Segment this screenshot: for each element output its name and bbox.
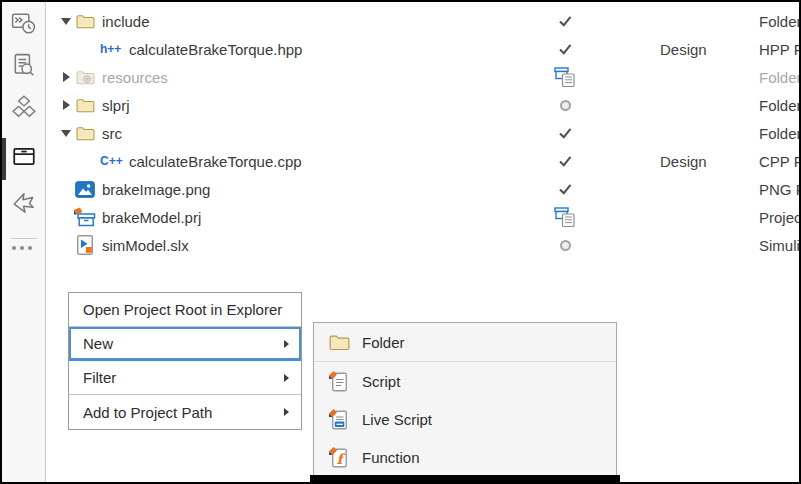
menu-item-label: New — [83, 335, 113, 352]
file-name: calculateBrakeTorque.cpp — [129, 153, 302, 170]
tree-row-png[interactable]: brakeImage.png PNG F — [47, 175, 799, 203]
submenu-item-label: Folder — [362, 334, 405, 351]
simulink-model-icon — [74, 234, 96, 256]
checkmark-icon — [550, 41, 580, 57]
file-type: Folder — [759, 13, 801, 30]
file-name: resources — [102, 69, 168, 86]
collapse-arrow-icon[interactable] — [58, 130, 74, 137]
tree-row-src[interactable]: src Folder — [47, 119, 799, 147]
submenu-arrow-icon — [284, 408, 289, 416]
collapse-arrow-icon[interactable] — [58, 18, 74, 25]
menu-item-open-project-root[interactable]: Open Project Root in Explorer — [69, 293, 301, 327]
function-icon: f — [328, 446, 350, 468]
tree-row-prj[interactable]: brakeModel.prj Projec — [47, 203, 799, 231]
script-icon — [328, 370, 350, 392]
empty-circle-icon — [550, 100, 580, 111]
folder-icon — [74, 122, 96, 144]
selected-panel-indicator — [2, 138, 6, 180]
submenu-arrow-icon — [284, 374, 289, 382]
submenu-item-function[interactable]: f Function — [314, 438, 616, 476]
project-files-icon[interactable] — [11, 143, 37, 169]
dependencies-icon[interactable] — [11, 94, 37, 120]
submenu-item-live-script[interactable]: Live Script — [314, 400, 616, 438]
label-column: Design — [660, 41, 724, 58]
image-file-icon — [74, 178, 96, 200]
submenu-item-label: Live Script — [362, 411, 432, 428]
checkmark-icon — [550, 125, 580, 141]
tree-row-slx[interactable]: simModel.slx Simuli — [47, 231, 799, 259]
folder-gear-icon — [74, 66, 96, 88]
tree-row-slprj[interactable]: slprj Folder — [47, 91, 799, 119]
file-type: CPP Fi — [759, 153, 801, 170]
find-files-icon[interactable] — [11, 53, 37, 79]
live-script-icon — [328, 408, 350, 430]
tree-row-include[interactable]: include Folder — [47, 7, 799, 35]
menu-item-label: Filter — [83, 369, 116, 386]
project-file-icon — [74, 206, 96, 228]
file-name: src — [102, 125, 122, 142]
context-menu: Open Project Root in Explorer New Filter… — [68, 292, 302, 430]
review-stack-icon — [550, 206, 580, 228]
file-type: Folder — [759, 69, 801, 86]
file-name: slprj — [102, 97, 130, 114]
checkmark-icon — [550, 13, 580, 29]
cpp-file-icon: C++ — [100, 154, 126, 168]
bottom-edge-bar — [310, 475, 620, 482]
expand-arrow-icon[interactable] — [58, 72, 74, 82]
menu-item-label: Add to Project Path — [83, 404, 212, 421]
menu-item-add-to-project-path[interactable]: Add to Project Path — [69, 395, 301, 429]
file-name: calculateBrakeTorque.hpp — [129, 41, 302, 58]
file-name: include — [102, 13, 150, 30]
file-type: Simuli — [759, 237, 801, 254]
file-type: Folder — [759, 125, 801, 142]
submenu-item-script[interactable]: Script — [314, 362, 616, 400]
menu-item-new[interactable]: New — [69, 327, 301, 361]
more-options-icon[interactable] — [12, 246, 32, 250]
folder-icon — [74, 94, 96, 116]
expand-arrow-icon[interactable] — [58, 100, 74, 110]
file-name: simModel.slx — [102, 237, 189, 254]
file-name: brakeModel.prj — [102, 209, 201, 226]
review-stack-icon — [550, 66, 580, 88]
empty-circle-icon — [550, 240, 580, 251]
hpp-file-icon: h++ — [100, 42, 126, 56]
file-type: Projec — [759, 209, 801, 226]
tree-row-hpp[interactable]: h++ calculateBrakeTorque.hpp Design HPP … — [47, 35, 799, 63]
tree-row-resources[interactable]: resources Folder — [47, 63, 799, 91]
file-name: brakeImage.png — [102, 181, 210, 198]
folder-icon — [74, 10, 96, 32]
checkmark-icon — [550, 181, 580, 197]
file-type: HPP F — [759, 41, 801, 58]
submenu-item-label: Script — [362, 373, 400, 390]
side-toolbar — [2, 2, 46, 482]
new-submenu: Folder Script — [313, 322, 617, 484]
toolbar-divider — [11, 238, 37, 239]
project-panel-window: include Folder h++ calculateBrakeTorque.… — [0, 0, 801, 484]
label-column: Design — [660, 153, 724, 170]
project-file-tree: include Folder h++ calculateBrakeTorque.… — [47, 7, 799, 259]
submenu-item-folder[interactable]: Folder — [314, 323, 616, 361]
folder-icon — [328, 331, 350, 353]
file-type: Folder — [759, 97, 801, 114]
tree-row-cpp[interactable]: C++ calculateBrakeTorque.cpp Design CPP … — [47, 147, 799, 175]
checkmark-icon — [550, 153, 580, 169]
history-icon[interactable] — [11, 10, 37, 36]
submenu-arrow-icon — [284, 340, 289, 348]
menu-item-label: Open Project Root in Explorer — [83, 301, 282, 318]
menu-item-filter[interactable]: Filter — [69, 361, 301, 395]
file-type: PNG F — [759, 181, 801, 198]
submenu-item-label: Function — [362, 449, 420, 466]
simulink-icon[interactable] — [11, 190, 37, 216]
